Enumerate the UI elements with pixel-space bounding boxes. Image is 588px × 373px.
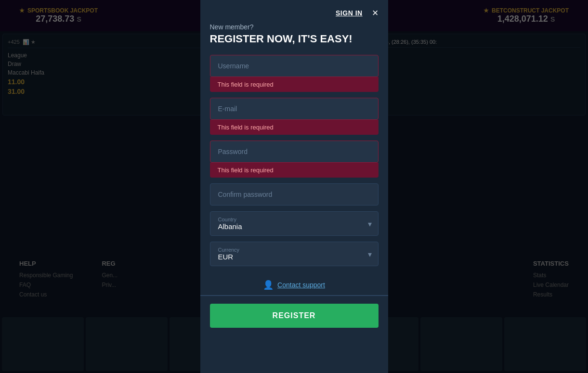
currency-select[interactable]: Currency EUR: [210, 242, 379, 266]
currency-value: EUR: [218, 253, 370, 261]
register-title: REGISTER NOW, IT'S EASY!: [210, 33, 379, 45]
register-button[interactable]: REGISTER: [210, 304, 379, 328]
contact-support-row: 👤 Contact support: [210, 272, 379, 295]
divider: [200, 295, 388, 296]
email-input[interactable]: [210, 98, 379, 120]
sign-in-link[interactable]: SIGN IN: [336, 9, 363, 17]
email-error: This field is required: [210, 120, 379, 135]
password-group: This field is required: [210, 141, 379, 178]
username-group: This field is required: [210, 55, 379, 92]
currency-select-wrapper[interactable]: Currency EUR ▾: [210, 242, 379, 266]
currency-label: Currency: [218, 247, 370, 253]
support-person-icon: 👤: [263, 280, 274, 290]
modal-header: SIGN IN ×: [200, 0, 388, 23]
country-select[interactable]: Country Albania: [210, 211, 379, 236]
username-input[interactable]: [210, 55, 379, 77]
new-member-text: New member?: [210, 23, 379, 31]
register-modal: SIGN IN × New member? REGISTER NOW, IT'S…: [200, 0, 388, 373]
contact-support-link[interactable]: Contact support: [277, 281, 325, 289]
email-group: This field is required: [210, 98, 379, 135]
country-select-wrapper[interactable]: Country Albania ▾: [210, 211, 379, 236]
country-label: Country: [218, 217, 370, 222]
password-error: This field is required: [210, 163, 379, 178]
confirm-password-input[interactable]: [210, 183, 379, 206]
username-error: This field is required: [210, 77, 379, 92]
modal-body: New member? REGISTER NOW, IT'S EASY! Thi…: [200, 23, 388, 342]
password-input[interactable]: [210, 141, 379, 163]
close-button[interactable]: ×: [372, 8, 379, 18]
country-value: Albania: [218, 222, 370, 231]
